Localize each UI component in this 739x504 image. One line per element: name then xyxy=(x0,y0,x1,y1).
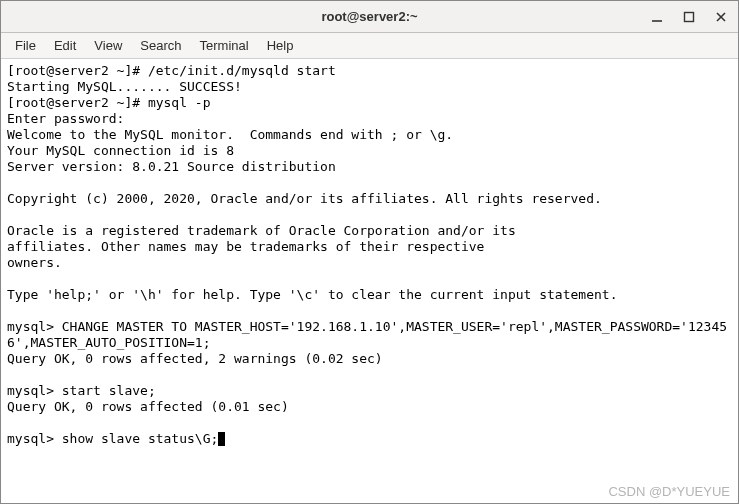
minimize-button[interactable] xyxy=(646,6,668,28)
menu-edit[interactable]: Edit xyxy=(46,35,84,56)
close-button[interactable] xyxy=(710,6,732,28)
terminal-output[interactable]: [root@server2 ~]# /etc/init.d/mysqld sta… xyxy=(1,59,738,503)
terminal-cursor xyxy=(218,432,225,446)
menu-help[interactable]: Help xyxy=(259,35,302,56)
menu-terminal[interactable]: Terminal xyxy=(192,35,257,56)
menu-view[interactable]: View xyxy=(86,35,130,56)
terminal-text: [root@server2 ~]# /etc/init.d/mysqld sta… xyxy=(7,63,727,446)
svg-rect-1 xyxy=(685,12,694,21)
titlebar: root@server2:~ xyxy=(1,1,738,33)
menu-search[interactable]: Search xyxy=(132,35,189,56)
window-title: root@server2:~ xyxy=(321,9,417,24)
menu-file[interactable]: File xyxy=(7,35,44,56)
maximize-button[interactable] xyxy=(678,6,700,28)
menubar: File Edit View Search Terminal Help xyxy=(1,33,738,59)
window-controls xyxy=(646,1,732,32)
